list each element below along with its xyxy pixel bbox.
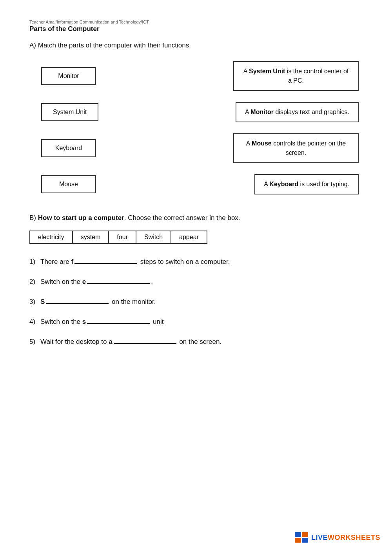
match-box-keyboard[interactable]: Keyboard (41, 139, 96, 157)
section-b-bold: How to start up a computer (38, 214, 124, 222)
q1-blank[interactable] (74, 262, 137, 264)
q4-bold-letter: s (82, 318, 86, 325)
logo-icon-cell-4 (302, 538, 308, 543)
section-b-rest: . Choose the correct answer in the box. (124, 214, 240, 222)
match-desc-keyboard: A Keyboard is used for typing. (254, 174, 359, 194)
logo-live: LIVE (311, 534, 328, 541)
word-bank-item-four: four (109, 231, 136, 243)
match-desc-monitor: A Monitor displays text and graphics. (236, 102, 359, 122)
q3-text: S on the monitor. (40, 296, 363, 308)
q1-bold-letter: f (71, 258, 73, 265)
match-right-4: A Keyboard is used for typing. (155, 174, 363, 194)
section-a-instruction: A) Match the parts of the computer with … (29, 42, 363, 49)
logo-text: LIVEWORKSHEETS (311, 534, 380, 542)
q1-number: 1) (29, 256, 40, 268)
match-box-system-unit[interactable]: System Unit (41, 103, 98, 121)
q2-text: Switch on the e. (40, 276, 363, 288)
logo-worksheets: WORKSHEETS (328, 534, 380, 541)
match-row-3: Keyboard A Mouse controls the pointer on… (29, 133, 363, 163)
question-1: 1) There are f steps to switch on a comp… (29, 256, 363, 268)
q5-text: Wait for the desktop to a on the screen. (40, 336, 363, 348)
match-left-1: Monitor (29, 67, 155, 85)
match-left-4: Mouse (29, 175, 155, 193)
match-left-3: Keyboard (29, 139, 155, 157)
logo-area: LIVEWORKSHEETS (295, 532, 380, 543)
match-row-1: Monitor A System Unit is the control cen… (29, 61, 363, 91)
match-right-3: A Mouse controls the pointer on the scre… (155, 133, 363, 163)
match-section: Monitor A System Unit is the control cen… (29, 61, 363, 194)
q1-text: There are f steps to switch on a compute… (40, 256, 363, 268)
match-box-monitor[interactable]: Monitor (41, 67, 96, 85)
q5-number: 5) (29, 336, 40, 348)
questions-list: 1) There are f steps to switch on a comp… (29, 256, 363, 347)
q3-blank[interactable] (46, 302, 109, 304)
question-5: 5) Wait for the desktop to a on the scre… (29, 336, 363, 348)
question-3: 3) S on the monitor. (29, 296, 363, 308)
match-right-1: A System Unit is the control center of a… (155, 61, 363, 91)
word-bank-item-switch: Switch (136, 231, 171, 243)
match-row-2: System Unit A Monitor displays text and … (29, 102, 363, 122)
q2-bold-letter: e (82, 278, 86, 285)
q4-blank[interactable] (87, 322, 150, 324)
match-desc-system-unit: A System Unit is the control center of a… (233, 61, 359, 91)
page-title: Parts of the Computer (29, 25, 363, 33)
q3-number: 3) (29, 296, 40, 308)
question-2: 2) Switch on the e. (29, 276, 363, 288)
q4-text: Switch on the s unit (40, 316, 363, 328)
q4-number: 4) (29, 316, 40, 328)
match-row-4: Mouse A Keyboard is used for typing. (29, 174, 363, 194)
meta-subtitle: Teacher Amal/Information Communication a… (29, 20, 363, 24)
logo-icon-cell-2 (302, 532, 308, 537)
q3-bold-letter: S (40, 298, 45, 305)
match-box-mouse[interactable]: Mouse (41, 175, 96, 193)
match-left-2: System Unit (29, 103, 155, 121)
word-bank-item-electricity: electricity (30, 231, 73, 243)
section-b-title: B) How to start up a computer. Choose th… (29, 214, 363, 222)
question-4: 4) Switch on the s unit (29, 316, 363, 328)
q5-bold-letter: a (109, 338, 112, 345)
word-bank: electricity system four Switch appear (29, 231, 207, 244)
logo-icon-cell-3 (295, 538, 301, 543)
q5-blank[interactable] (114, 342, 176, 344)
q2-number: 2) (29, 276, 40, 288)
match-right-2: A Monitor displays text and graphics. (155, 102, 363, 122)
word-bank-item-system: system (73, 231, 109, 243)
word-bank-item-appear: appear (171, 231, 207, 243)
logo-icon-cell-1 (295, 532, 301, 537)
q2-blank[interactable] (87, 282, 150, 284)
logo-icon (295, 532, 309, 543)
match-desc-mouse: A Mouse controls the pointer on the scre… (233, 133, 359, 163)
